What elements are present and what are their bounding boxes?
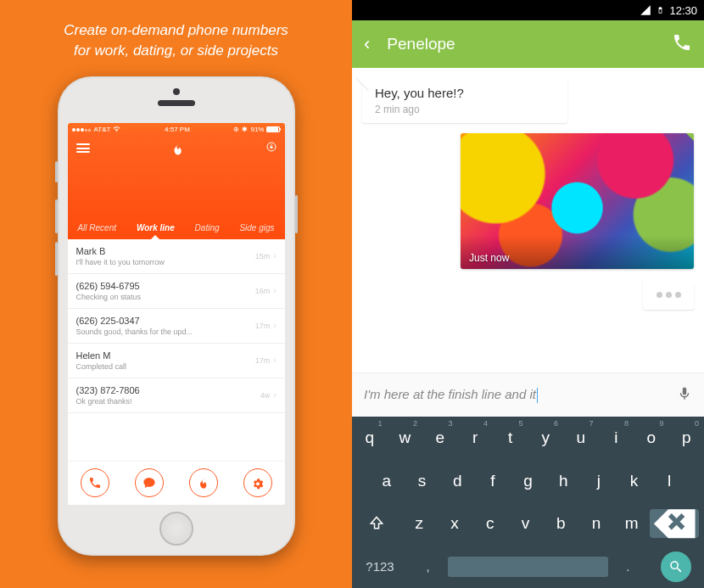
chevron-right-icon: › bbox=[273, 286, 276, 295]
tab-work-line[interactable]: Work line bbox=[137, 223, 175, 232]
conversation-row[interactable]: (626) 225-0347Sounds good, thanks for th… bbox=[68, 309, 285, 344]
key-x[interactable]: x bbox=[437, 502, 472, 546]
dialer-button[interactable] bbox=[81, 468, 109, 497]
app-header: All Recent Work line Dating Side gigs bbox=[68, 136, 285, 239]
key-u[interactable]: u7 bbox=[563, 417, 599, 460]
tab-dating[interactable]: Dating bbox=[195, 223, 220, 232]
key-m[interactable]: m bbox=[614, 502, 650, 546]
key-d[interactable]: d bbox=[439, 460, 475, 503]
burner-button[interactable] bbox=[189, 468, 218, 497]
battery-icon bbox=[266, 126, 280, 132]
key-r[interactable]: r4 bbox=[458, 417, 494, 460]
key-f[interactable]: f bbox=[475, 460, 511, 503]
android-status-bar: 12:30 bbox=[352, 0, 704, 20]
backspace-key[interactable] bbox=[650, 509, 699, 538]
typing-indicator bbox=[643, 279, 694, 310]
line-tabs: All Recent Work line Dating Side gigs bbox=[68, 223, 285, 239]
chevron-right-icon: › bbox=[273, 390, 276, 400]
key-o[interactable]: o9 bbox=[634, 417, 669, 460]
back-button[interactable]: ‹ bbox=[364, 33, 370, 55]
iphone-frame: AT&T 4:57 PM ⊕✱ 91% bbox=[58, 76, 295, 556]
key-i[interactable]: i8 bbox=[599, 417, 634, 460]
shift-key[interactable] bbox=[352, 502, 401, 546]
wifi-icon bbox=[113, 126, 120, 132]
chat-body[interactable]: Hey, you here!? 2 min ago Just now bbox=[352, 68, 704, 372]
key-e[interactable]: e3 bbox=[422, 417, 458, 460]
key-s[interactable]: s bbox=[405, 460, 440, 503]
home-button[interactable] bbox=[159, 512, 193, 546]
key-n[interactable]: n bbox=[578, 502, 614, 546]
period-key[interactable]: . bbox=[608, 546, 648, 589]
battery-icon bbox=[657, 4, 664, 16]
promo-panel: Create on-demand phone numbers for work,… bbox=[0, 0, 352, 588]
conversation-list: Mark BI'll have it to you tomorrow15m› (… bbox=[68, 239, 285, 413]
conversation-row[interactable]: (626) 594-6795Checking on status16m› bbox=[68, 274, 285, 309]
chevron-right-icon: › bbox=[273, 321, 276, 330]
settings-button[interactable] bbox=[243, 468, 272, 497]
tagline: Create on-demand phone numbers for work,… bbox=[0, 0, 352, 76]
key-p[interactable]: p0 bbox=[669, 417, 705, 460]
mic-icon[interactable] bbox=[677, 384, 692, 406]
incoming-message[interactable]: Hey, you here!? 2 min ago bbox=[362, 76, 567, 123]
symbols-key[interactable]: ?123 bbox=[352, 546, 408, 589]
messages-button[interactable] bbox=[135, 468, 164, 497]
android-panel: 12:30 ‹ Penelope Hey, you here!? 2 min a… bbox=[352, 0, 704, 588]
key-w[interactable]: w2 bbox=[388, 417, 423, 460]
key-l[interactable]: l bbox=[651, 460, 687, 503]
key-k[interactable]: k bbox=[617, 460, 652, 503]
key-q[interactable]: q1 bbox=[352, 417, 388, 460]
status-time: 12:30 bbox=[669, 4, 697, 17]
key-c[interactable]: c bbox=[472, 502, 508, 546]
conversation-row[interactable]: Mark BI'll have it to you tomorrow15m› bbox=[68, 239, 285, 274]
conversation-row[interactable]: Helen MCompleted call17m› bbox=[68, 344, 285, 378]
key-j[interactable]: j bbox=[581, 460, 617, 503]
key-g[interactable]: g bbox=[511, 460, 546, 503]
key-t[interactable]: t5 bbox=[493, 417, 528, 460]
signal-dots-icon bbox=[72, 126, 92, 133]
call-button[interactable] bbox=[672, 32, 692, 56]
key-h[interactable]: h bbox=[545, 460, 581, 503]
message-input[interactable]: I'm here at the finish line and it bbox=[364, 387, 677, 403]
svg-rect-1 bbox=[270, 147, 272, 149]
contact-name: Penelope bbox=[387, 35, 655, 53]
space-key[interactable] bbox=[448, 546, 608, 589]
key-v[interactable]: v bbox=[508, 502, 544, 546]
menu-icon[interactable] bbox=[76, 142, 90, 155]
compose-bar: I'm here at the finish line and it bbox=[352, 372, 704, 417]
conversation-row[interactable]: (323) 872-7806Ok great thanks!4w› bbox=[68, 378, 285, 413]
search-key[interactable] bbox=[648, 546, 704, 589]
tab-all-recent[interactable]: All Recent bbox=[77, 223, 116, 232]
chat-header: ‹ Penelope bbox=[352, 20, 704, 68]
key-a[interactable]: a bbox=[369, 460, 405, 503]
bottom-toolbar bbox=[68, 461, 285, 505]
chevron-right-icon: › bbox=[273, 356, 276, 365]
comma-key[interactable]: , bbox=[408, 546, 448, 589]
status-time: 4:57 PM bbox=[165, 126, 190, 133]
signal-icon bbox=[640, 4, 651, 16]
app-logo-icon bbox=[170, 141, 186, 156]
tab-side-gigs[interactable]: Side gigs bbox=[239, 223, 274, 232]
keyboard: q1w2e3r4t5y6u7i8o9p0 asdfghjkl zxcvbnm ?… bbox=[352, 417, 704, 588]
outgoing-image-message[interactable]: Just now bbox=[461, 133, 694, 269]
key-b[interactable]: b bbox=[543, 502, 578, 546]
iphone-screen: AT&T 4:57 PM ⊕✱ 91% bbox=[68, 123, 285, 505]
ios-status-bar: AT&T 4:57 PM ⊕✱ 91% bbox=[68, 123, 285, 136]
key-y[interactable]: y6 bbox=[528, 417, 564, 460]
lock-icon[interactable] bbox=[266, 142, 277, 154]
key-z[interactable]: z bbox=[401, 502, 437, 546]
chevron-right-icon: › bbox=[273, 251, 276, 260]
